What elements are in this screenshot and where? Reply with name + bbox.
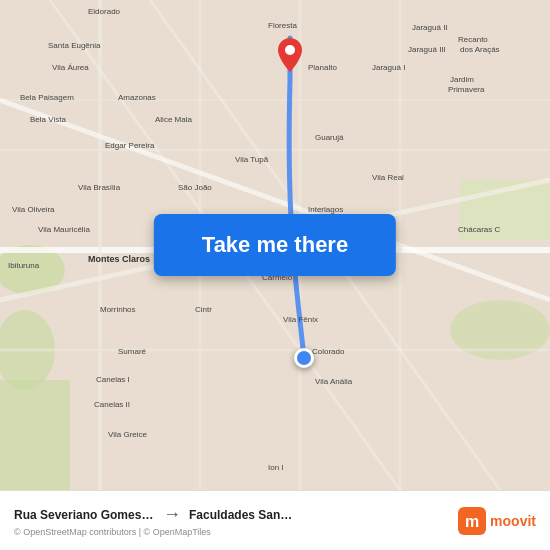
svg-text:Amazonas: Amazonas (118, 93, 156, 102)
svg-text:Colorado: Colorado (312, 347, 345, 356)
route-info: Rua Severiano Gomes Dos ... → Faculdades… (14, 504, 294, 525)
svg-text:Ibituruna: Ibituruna (8, 261, 40, 270)
svg-text:Bela Vista: Bela Vista (30, 115, 66, 124)
destination-pin (278, 38, 302, 68)
origin-pin (294, 348, 314, 368)
svg-text:Edgar Pereira: Edgar Pereira (105, 141, 155, 150)
map-container: Eldorado Santa Eugênia Vila Áurea Bela P… (0, 0, 550, 490)
svg-text:Santa Eugênia: Santa Eugênia (48, 41, 101, 50)
svg-text:Bela Paisagem: Bela Paisagem (20, 93, 74, 102)
svg-text:Vila Mauricélia: Vila Mauricélia (38, 225, 90, 234)
svg-text:Sumaré: Sumaré (118, 347, 147, 356)
svg-text:Vila Greice: Vila Greice (108, 430, 148, 439)
svg-text:Guarujá: Guarujá (315, 133, 344, 142)
svg-text:Canelas I: Canelas I (96, 375, 130, 384)
moovit-icon: m (458, 507, 486, 535)
attribution-bar: Rua Severiano Gomes Dos ... → Faculdades… (0, 490, 550, 550)
svg-text:Alice Mala: Alice Mala (155, 115, 192, 124)
svg-text:Cintr: Cintr (195, 305, 212, 314)
take-me-there-button[interactable]: Take me there (154, 214, 396, 276)
svg-text:Floresta: Floresta (268, 21, 297, 30)
svg-text:São João: São João (178, 183, 212, 192)
svg-text:Ion I: Ion I (268, 463, 284, 472)
svg-text:Vila Anália: Vila Anália (315, 377, 353, 386)
svg-text:Planalto: Planalto (308, 63, 337, 72)
svg-point-58 (285, 45, 295, 55)
moovit-logo: m moovit (458, 507, 536, 535)
svg-text:Jaraguá II: Jaraguá II (412, 23, 448, 32)
svg-text:Vila Áurea: Vila Áurea (52, 63, 89, 72)
svg-rect-5 (0, 380, 70, 490)
attribution-left: Rua Severiano Gomes Dos ... → Faculdades… (14, 504, 294, 537)
attribution-copy: © OpenStreetMap contributors | © OpenMap… (14, 527, 294, 537)
svg-text:Morrinhos: Morrinhos (100, 305, 136, 314)
svg-text:Jaraguá I: Jaraguá I (372, 63, 405, 72)
svg-text:dos Araçás: dos Araçás (460, 45, 500, 54)
svg-text:Chácaras C: Chácaras C (458, 225, 500, 234)
svg-text:Vila Tupã: Vila Tupã (235, 155, 269, 164)
svg-text:Interlagos: Interlagos (308, 205, 343, 214)
svg-text:Vila Fênix: Vila Fênix (283, 315, 318, 324)
svg-text:Vila Real: Vila Real (372, 173, 404, 182)
svg-text:Primavera: Primavera (448, 85, 485, 94)
svg-text:Jaraguá III: Jaraguá III (408, 45, 446, 54)
svg-text:m: m (465, 513, 479, 530)
moovit-text: moovit (490, 513, 536, 529)
route-arrow-icon: → (163, 504, 181, 525)
svg-text:Recanto: Recanto (458, 35, 488, 44)
svg-text:Eldorado: Eldorado (88, 7, 121, 16)
svg-text:Vila Brasília: Vila Brasília (78, 183, 121, 192)
dest-label: Faculdades Santo A... (189, 508, 294, 522)
origin-label: Rua Severiano Gomes Dos ... (14, 508, 155, 522)
svg-text:Jardim: Jardim (450, 75, 474, 84)
svg-text:Vila Oliveira: Vila Oliveira (12, 205, 55, 214)
svg-text:Montes Claros: Montes Claros (88, 254, 150, 264)
svg-text:Canelas II: Canelas II (94, 400, 130, 409)
